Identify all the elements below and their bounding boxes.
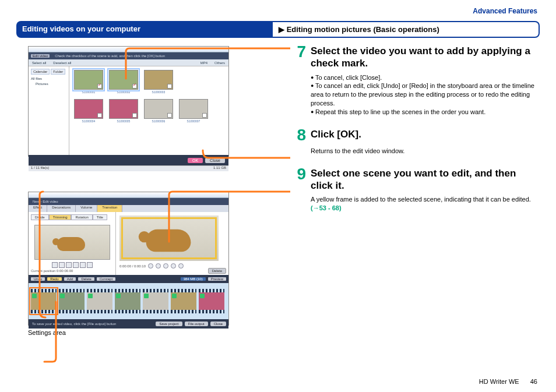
thumb-2[interactable]: S1000002 [109, 70, 138, 90]
step-note: Returns to the edit video window. [311, 147, 540, 156]
undo-button[interactable]: Undo [31, 277, 45, 281]
status-size: 1.11 GB [213, 166, 226, 171]
play-icon[interactable] [148, 263, 153, 269]
tab-transition[interactable]: Transition [97, 205, 122, 212]
tab-volume[interactable]: Volume [76, 205, 97, 212]
footer-page-number: 46 [530, 378, 537, 385]
delete-button[interactable]: Delete [78, 277, 94, 281]
vol-icon[interactable] [178, 263, 184, 269]
checkbox-icon[interactable] [167, 113, 172, 118]
pause-icon[interactable] [73, 262, 79, 268]
step-8: 8 Click [OK]. Returns to the edit video … [293, 127, 540, 156]
subtab-rotation[interactable]: Rotation [71, 214, 92, 220]
thumb-6[interactable]: S1000006 [144, 99, 173, 119]
clip-type-icon [32, 294, 37, 298]
concept-button[interactable]: Concept [97, 277, 115, 281]
ok-button[interactable]: OK [188, 158, 203, 163]
step-title: Select the video you want to add by appl… [311, 44, 540, 70]
screenshot-add-video-dialog: Edit video Check the checkbox of the sce… [28, 46, 229, 157]
step-bullet: Repeat this step to line up the scenes i… [311, 108, 540, 116]
delete-button[interactable]: Delete [208, 268, 226, 274]
filter-mp4[interactable]: MP4 [200, 61, 207, 65]
status-file-count: 1 / 11 file(s) [31, 166, 49, 171]
bottom-hint: To save your edited video, click the [Fi… [31, 322, 153, 326]
sidebar-tab-folder[interactable]: Folder [51, 69, 65, 75]
tree-pictures[interactable]: Pictures [31, 82, 66, 87]
folder-tree[interactable]: All files Pictures [31, 76, 66, 87]
clip-type-icon [116, 294, 121, 298]
transport-controls [31, 262, 113, 268]
stop-icon[interactable] [156, 263, 161, 269]
btn-deselect-all[interactable]: Deselect all [53, 61, 71, 65]
thumb-4[interactable]: S1000004 [74, 99, 103, 119]
clip-5[interactable] [143, 289, 168, 313]
filter-others[interactable]: Others [214, 61, 225, 65]
preview-button[interactable]: Preview [208, 277, 226, 281]
storyboard[interactable] [29, 283, 228, 319]
thumb-5[interactable]: S1000005 [109, 99, 138, 119]
step-bullet: To cancel, click [Close]. [311, 73, 540, 82]
sidebar-tab-calendar[interactable]: Calendar [31, 69, 50, 75]
thumb-1[interactable]: S1000001 [74, 70, 103, 90]
close-button[interactable]: Close [205, 158, 225, 163]
redo-button[interactable]: Redo [47, 277, 61, 281]
section-banner: Advanced Features [473, 7, 537, 15]
header-right-text: Editing motion pictures (Basic operation… [287, 25, 439, 34]
tab-decorations[interactable]: Decorations [47, 205, 76, 212]
screenshot-edit-video-window: New - Edit video Effect Decorations Volu… [28, 192, 229, 326]
checkbox-icon[interactable] [202, 113, 207, 118]
step-number: 7 [293, 44, 306, 60]
step-bullet: To cancel an edit, click [Undo] or [Redo… [311, 82, 540, 108]
step-title: Select one scene you want to edit, and t… [311, 166, 540, 192]
next-icon[interactable] [171, 263, 176, 269]
rew-icon[interactable] [59, 262, 65, 268]
tab-effect[interactable]: Effect [29, 205, 47, 212]
step-number: 9 [293, 166, 306, 182]
checkbox-icon[interactable] [97, 113, 102, 118]
storyboard-toolbar: Undo Redo Add Delete Concept 384 MB (10)… [29, 275, 228, 283]
clip-3[interactable] [87, 289, 112, 313]
thumb-3[interactable]: S1000003 [144, 70, 173, 90]
clip-6[interactable] [171, 289, 196, 313]
thumbnail-grid: S1000001 S1000002 S1000003 S1000004 S100… [69, 66, 228, 155]
checkbox-icon[interactable] [132, 113, 137, 118]
instructions-column: 7 Select the video you want to add by ap… [270, 44, 540, 336]
next-icon[interactable] [87, 262, 93, 268]
page-ref-link[interactable]: (→53 - 68) [311, 204, 342, 211]
tree-all-files[interactable]: All files [31, 76, 66, 82]
fwd-icon[interactable] [80, 262, 86, 268]
subtab-trimming[interactable]: Trimming [49, 214, 72, 220]
prev-icon[interactable] [163, 263, 168, 269]
checkbox-icon[interactable] [167, 84, 172, 89]
save-project-button[interactable]: Save project [156, 322, 182, 326]
clip-type-icon [60, 294, 65, 298]
clip-type-icon [172, 294, 177, 298]
checkbox-icon[interactable] [132, 84, 137, 89]
btn-select-all[interactable]: Select all [32, 61, 46, 65]
play-icon: ▶ [279, 25, 284, 34]
header-right-title: ▶ Editing motion pictures (Basic operati… [273, 21, 540, 38]
add-button[interactable]: Add [64, 277, 76, 281]
preview-timecode: 0:00:00 / 0:00:10 [119, 264, 146, 268]
prev-icon[interactable] [52, 262, 58, 268]
step-7: 7 Select the video you want to add by ap… [293, 44, 540, 116]
clip-7[interactable] [199, 289, 224, 313]
file-output-button[interactable]: File output [185, 322, 208, 326]
clip-1[interactable] [31, 289, 57, 313]
dialog-footer: OK Close [29, 155, 228, 165]
clip-4[interactable] [115, 289, 140, 313]
thumb-7[interactable]: S1000007 [179, 99, 208, 119]
checkbox-icon[interactable] [97, 84, 102, 89]
settings-preview [34, 225, 110, 260]
window-title: New - Edit video [31, 200, 60, 203]
main-preview[interactable] [119, 216, 219, 261]
play-icon[interactable] [66, 262, 72, 268]
page-footer: HD Writer WE 46 [479, 378, 537, 385]
clip-2[interactable] [59, 289, 85, 313]
subtab-title[interactable]: Title [93, 214, 107, 220]
header-left-title: Editing videos on your computer [16, 21, 273, 38]
subtab-divide[interactable]: Divide [31, 214, 49, 220]
titlebar [29, 192, 228, 198]
settings-area: Divide Trimming Rotation Title [29, 212, 116, 275]
close-button[interactable]: Close [210, 322, 226, 326]
